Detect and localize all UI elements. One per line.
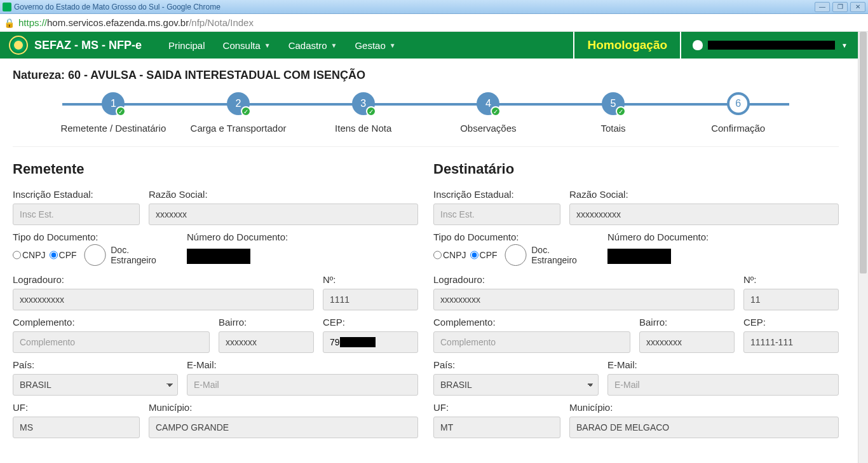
label-email: E-Mail: xyxy=(187,359,418,370)
remetente-uf-input[interactable] xyxy=(13,417,140,438)
scrollbar[interactable] xyxy=(858,32,868,463)
url-path: /nfp/Nota/Index xyxy=(189,17,254,28)
step-4[interactable]: 4✓ Observações xyxy=(426,92,551,134)
lock-icon: 🔒 xyxy=(4,18,15,28)
window-title: Governo do Estado de Mato Grosso do Sul … xyxy=(14,3,220,11)
destinatario-cep-input[interactable] xyxy=(743,331,839,353)
window-titlebar: Governo do Estado de Mato Grosso do Sul … xyxy=(0,0,868,14)
nav-consulta[interactable]: Consulta▼ xyxy=(214,32,280,59)
destinatario-razao-input[interactable] xyxy=(569,204,839,225)
url-bar[interactable]: 🔒 https:// hom.servicos.efazenda.ms.gov.… xyxy=(0,14,868,32)
destinatario-log-input[interactable] xyxy=(433,289,735,310)
label-uf: UF: xyxy=(13,402,140,413)
destinatario-pais-select[interactable]: BRASIL xyxy=(433,374,599,396)
check-icon: ✓ xyxy=(491,106,501,116)
label-log: Logradouro: xyxy=(13,274,314,285)
label-numdoc: Número do Documento: xyxy=(187,232,418,242)
chevron-down-icon: ▼ xyxy=(390,42,396,49)
remetente-section: Remetente Inscrição Estadual: Razão Soci… xyxy=(13,161,418,445)
label-cep: CEP: xyxy=(323,317,418,328)
radio-cpf[interactable]: CPF xyxy=(50,244,77,266)
radio-doce[interactable]: Doc. Estrangeiro xyxy=(81,244,156,266)
destinatario-section: Destinatário Inscrição Estadual: Razão S… xyxy=(433,161,839,445)
destinatario-title: Destinatário xyxy=(433,161,839,177)
favicon-icon xyxy=(3,3,11,11)
check-icon: ✓ xyxy=(616,106,626,116)
remetente-tipodoc-radios: CNPJ CPF Doc. Estrangeiro xyxy=(13,246,178,268)
remetente-comp-input[interactable] xyxy=(13,331,210,353)
remetente-insc-input[interactable] xyxy=(13,204,140,225)
radio-cnpj[interactable]: CNPJ xyxy=(433,244,466,266)
label-insc: Inscrição Estadual: xyxy=(13,189,140,200)
destinatario-mun-input[interactable] xyxy=(569,417,839,438)
label-bairro: Bairro: xyxy=(219,317,314,328)
destinatario-uf-input[interactable] xyxy=(433,417,560,438)
destinatario-comp-input[interactable] xyxy=(433,331,630,353)
state-seal-icon xyxy=(9,36,28,55)
remetente-bairro-input[interactable] xyxy=(219,331,314,353)
destinatario-email-input[interactable] xyxy=(607,374,839,396)
environment-badge: Homologação xyxy=(573,32,681,59)
avatar-icon xyxy=(693,40,703,50)
user-menu[interactable]: ▼ xyxy=(681,40,859,50)
natureza-heading: Natureza: 60 - AVULSA - SAIDA INTERESTAD… xyxy=(13,69,839,82)
stepper: 1✓ Remetente / Destinatário 2✓ Carga e T… xyxy=(51,92,801,134)
destinatario-bairro-input[interactable] xyxy=(639,331,735,353)
chevron-down-icon: ▼ xyxy=(264,42,271,49)
nav-cadastro[interactable]: Cadastro▼ xyxy=(280,32,346,59)
nav-principal[interactable]: Principal xyxy=(159,32,214,59)
label-mun: Município: xyxy=(149,402,418,413)
chevron-down-icon: ▼ xyxy=(331,42,337,49)
top-nav: SEFAZ - MS - NFP-e Principal Consulta▼ C… xyxy=(0,32,868,59)
window-maximize-button[interactable]: ❐ xyxy=(832,2,848,12)
check-icon: ✓ xyxy=(241,106,251,116)
remetente-cep-input[interactable]: 79 xyxy=(323,331,418,353)
step-1[interactable]: 1✓ Remetente / Destinatário xyxy=(51,92,176,134)
url-host: hom.servicos.efazenda.ms.gov.br xyxy=(47,17,189,28)
brand-text: SEFAZ - MS - NFP-e xyxy=(34,39,142,52)
label-num: Nº: xyxy=(323,274,418,285)
radio-cnpj[interactable]: CNPJ xyxy=(13,244,46,266)
remetente-num-input[interactable] xyxy=(323,289,418,310)
remetente-razao-input[interactable] xyxy=(149,204,418,225)
step-5[interactable]: 5✓ Totais xyxy=(551,92,676,134)
divider xyxy=(13,146,839,147)
user-name-redacted xyxy=(708,41,835,50)
radio-doce[interactable]: Doc. Estrangeiro xyxy=(501,244,577,266)
label-tipodoc: Tipo do Documento: xyxy=(13,232,178,242)
remetente-email-input[interactable] xyxy=(187,374,418,396)
destinatario-tipodoc-radios: CNPJ CPF Doc. Estrangeiro xyxy=(433,246,599,268)
url-protocol: https:// xyxy=(18,17,47,28)
window-minimize-button[interactable]: — xyxy=(815,2,830,12)
nav-gestao[interactable]: Gestao▼ xyxy=(346,32,404,59)
check-icon: ✓ xyxy=(366,106,376,116)
radio-cpf[interactable]: CPF xyxy=(470,244,498,266)
remetente-log-input[interactable] xyxy=(13,289,314,310)
scrollbar-thumb[interactable] xyxy=(860,32,867,273)
step-3[interactable]: 3✓ Itens de Nota xyxy=(301,92,426,134)
step-2[interactable]: 2✓ Carga e Transportador xyxy=(176,92,301,134)
cep-redacted xyxy=(340,337,376,347)
check-icon: ✓ xyxy=(116,106,126,116)
destinatario-numdoc-redacted xyxy=(607,249,671,264)
destinatario-num-input[interactable] xyxy=(743,289,839,310)
label-comp: Complemento: xyxy=(13,317,210,328)
chevron-down-icon: ▼ xyxy=(841,42,848,49)
remetente-mun-input[interactable] xyxy=(149,417,418,438)
brand[interactable]: SEFAZ - MS - NFP-e xyxy=(9,36,142,55)
label-pais: País: xyxy=(13,359,178,370)
window-close-button[interactable]: ✕ xyxy=(850,2,865,12)
label-razao: Razão Social: xyxy=(149,189,418,200)
destinatario-insc-input[interactable] xyxy=(433,204,560,225)
remetente-title: Remetente xyxy=(13,161,418,177)
remetente-pais-select[interactable]: BRASIL xyxy=(13,374,178,396)
remetente-numdoc-redacted xyxy=(187,249,250,264)
step-6[interactable]: 6 Confirmação xyxy=(675,92,801,134)
